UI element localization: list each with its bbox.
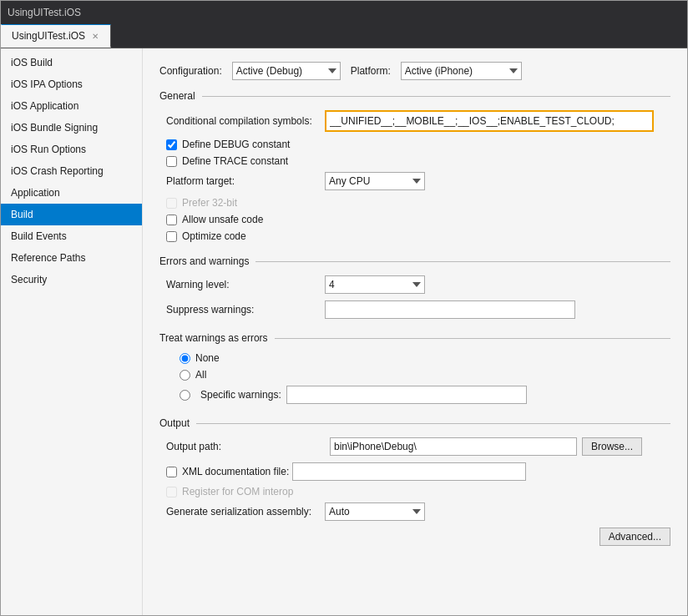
warning-level-row: Warning level: 4 [159, 275, 670, 294]
output-path-label: Output path: [166, 441, 325, 452]
sidebar-item-ios-run-options[interactable]: iOS Run Options [1, 139, 142, 160]
ccs-row: Conditional compilation symbols: [159, 110, 670, 132]
radio-all-label: All [195, 369, 206, 381]
suppress-warnings-input[interactable] [325, 300, 575, 319]
specific-warnings-input[interactable] [286, 386, 527, 404]
allow-unsafe-checkbox[interactable] [166, 215, 177, 225]
window-title: UsingUITest.iOS [8, 7, 81, 18]
sidebar-item-build[interactable]: Build [1, 204, 142, 225]
ccs-input[interactable] [326, 112, 652, 130]
radio-specific-row: Specific warnings: [159, 386, 670, 404]
sidebar-item-reference-paths[interactable]: Reference Paths [1, 247, 142, 269]
main-panel: Configuration: Active (Debug) Platform: … [143, 48, 687, 615]
gen-serialization-select[interactable]: Auto [325, 502, 425, 521]
define-trace-checkbox[interactable] [166, 156, 177, 167]
sidebar-item-application[interactable]: Application [1, 182, 142, 204]
radio-none[interactable] [180, 353, 190, 364]
content-area: iOS BuildiOS IPA OptionsiOS Applicationi… [1, 48, 687, 615]
sidebar-item-ios-crash-reporting[interactable]: iOS Crash Reporting [1, 160, 142, 182]
sidebar: iOS BuildiOS IPA OptionsiOS Applicationi… [1, 48, 143, 615]
define-trace-label: Define TRACE constant [182, 155, 288, 167]
output-path-row: Output path: Browse... [159, 437, 670, 456]
general-section: General Conditional compilation symbols:… [159, 90, 670, 242]
define-debug-checkbox[interactable] [166, 139, 177, 150]
tab-label: UsingUITest.iOS [12, 30, 85, 42]
treat-errors-section: Treat warnings as errors None All Specif… [159, 332, 670, 404]
browse-button[interactable]: Browse... [582, 437, 642, 456]
allow-unsafe-row: Allow unsafe code [159, 214, 670, 225]
optimize-label: Optimize code [182, 230, 246, 242]
com-interop-checkbox [166, 487, 177, 497]
output-section: Output Output path: Browse... XML docume… [159, 417, 670, 546]
radio-specific-label: Specific warnings: [200, 389, 281, 401]
radio-all-row: All [159, 369, 670, 381]
general-section-title: General [159, 90, 670, 102]
sidebar-item-build-events[interactable]: Build Events [1, 225, 142, 247]
gen-serialization-label: Generate serialization assembly: [166, 506, 325, 518]
treat-errors-title: Treat warnings as errors [159, 332, 670, 344]
warning-level-label: Warning level: [166, 279, 325, 290]
com-interop-row: Register for COM interop [159, 486, 670, 497]
gen-serialization-row: Generate serialization assembly: Auto [159, 502, 670, 521]
prefer-32bit-label: Prefer 32-bit [182, 197, 237, 209]
platform-target-label: Platform target: [166, 175, 325, 187]
errors-warnings-title: Errors and warnings [159, 255, 670, 267]
configuration-label: Configuration: [159, 65, 222, 77]
platform-label: Platform: [351, 65, 391, 77]
radio-none-label: None [195, 352, 220, 364]
sidebar-item-ios-bundle-signing[interactable]: iOS Bundle Signing [1, 117, 142, 139]
output-title: Output [159, 417, 670, 429]
output-path-input[interactable] [330, 437, 577, 456]
title-bar: UsingUITest.iOS [1, 1, 687, 24]
xml-doc-input[interactable] [292, 462, 526, 481]
define-debug-label: Define DEBUG constant [182, 139, 290, 150]
platform-target-row: Platform target: Any CPU [159, 172, 670, 190]
allow-unsafe-label: Allow unsafe code [182, 214, 263, 225]
xml-doc-row: XML documentation file: [159, 462, 670, 481]
radio-none-row: None [159, 352, 670, 364]
define-debug-row: Define DEBUG constant [159, 139, 670, 150]
window: UsingUITest.iOS UsingUITest.iOS ✕ iOS Bu… [0, 0, 688, 616]
sidebar-item-security[interactable]: Security [1, 269, 142, 290]
tab-bar: UsingUITest.iOS ✕ [1, 24, 687, 48]
advanced-row: Advanced... [159, 528, 670, 546]
config-platform-row: Configuration: Active (Debug) Platform: … [159, 62, 670, 80]
ccs-label: Conditional compilation symbols: [166, 115, 325, 127]
optimize-checkbox[interactable] [166, 231, 177, 242]
platform-target-select[interactable]: Any CPU [325, 172, 425, 190]
suppress-warnings-label: Suppress warnings: [166, 304, 325, 316]
suppress-warnings-row: Suppress warnings: [159, 300, 670, 319]
configuration-select[interactable]: Active (Debug) [232, 62, 341, 80]
sidebar-item-ios-application[interactable]: iOS Application [1, 95, 142, 117]
com-interop-label: Register for COM interop [182, 486, 293, 497]
ccs-wrapper [325, 110, 654, 132]
optimize-row: Optimize code [159, 230, 670, 242]
radio-specific-container: Specific warnings: [180, 386, 527, 404]
xml-doc-checkbox[interactable] [166, 467, 177, 477]
define-trace-row: Define TRACE constant [159, 155, 670, 167]
warning-level-select[interactable]: 4 [325, 275, 425, 294]
xml-doc-label: XML documentation file: [182, 466, 289, 477]
sidebar-item-ios-ipa-options[interactable]: iOS IPA Options [1, 73, 142, 95]
radio-all[interactable] [180, 370, 190, 381]
radio-specific[interactable] [180, 390, 190, 401]
sidebar-item-ios-build[interactable]: iOS Build [1, 52, 142, 73]
prefer-32bit-checkbox [166, 198, 177, 209]
tab-close-icon[interactable]: ✕ [90, 32, 100, 41]
main-tab[interactable]: UsingUITest.iOS ✕ [1, 24, 111, 48]
advanced-button[interactable]: Advanced... [599, 528, 670, 546]
errors-warnings-section: Errors and warnings Warning level: 4 Sup… [159, 255, 670, 319]
platform-select[interactable]: Active (iPhone) [401, 62, 522, 80]
prefer-32bit-row: Prefer 32-bit [159, 197, 670, 209]
